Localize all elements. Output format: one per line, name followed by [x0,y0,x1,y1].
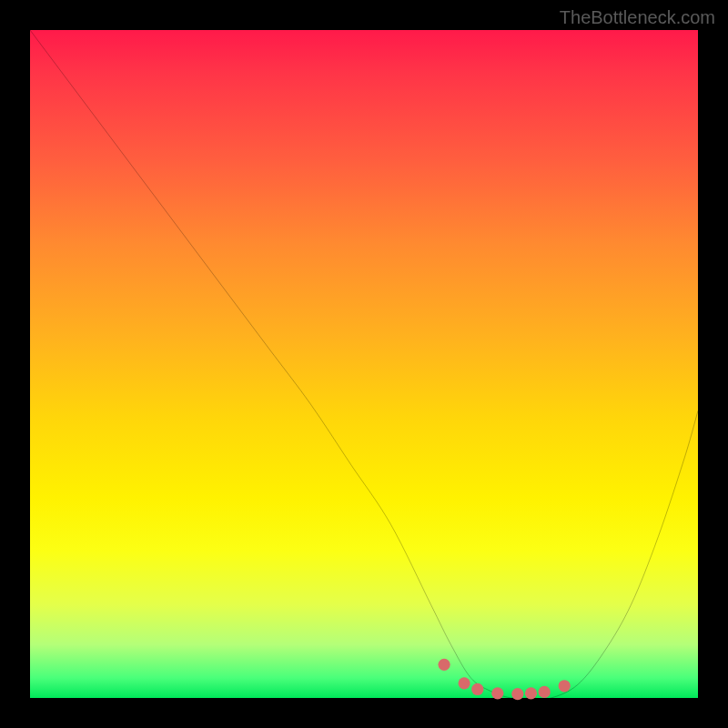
bottom-markers [438,659,570,701]
marker-dot [539,686,551,698]
marker-dot [525,687,537,699]
marker-dot [491,687,503,699]
marker-dot [471,683,483,695]
marker-dot [511,688,523,700]
watermark-text: TheBottleneck.com [560,7,715,28]
marker-dot [559,680,571,692]
marker-dot [458,677,470,689]
chart-svg [30,30,698,698]
marker-dot [438,659,450,671]
bottleneck-curve [30,30,698,699]
plot-area [30,30,698,698]
